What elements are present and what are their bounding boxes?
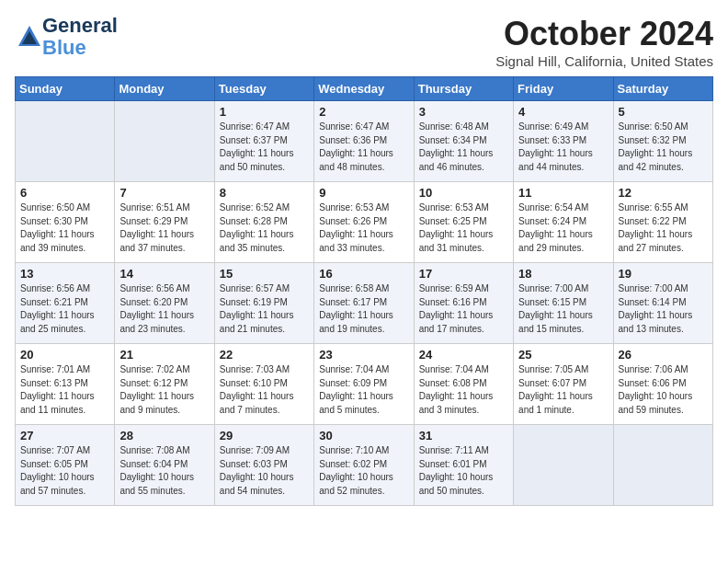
calendar-day-cell: 10Sunrise: 6:53 AM Sunset: 6:25 PM Dayli… (414, 182, 513, 263)
calendar-week-row: 6Sunrise: 6:50 AM Sunset: 6:30 PM Daylig… (16, 182, 713, 263)
day-info: Sunrise: 6:53 AM Sunset: 6:26 PM Dayligh… (319, 201, 408, 255)
calendar-day-cell: 16Sunrise: 6:58 AM Sunset: 6:17 PM Dayli… (314, 263, 414, 344)
calendar-day-cell: 13Sunrise: 6:56 AM Sunset: 6:21 PM Dayli… (16, 263, 115, 344)
day-info: Sunrise: 7:07 AM Sunset: 6:05 PM Dayligh… (20, 444, 109, 498)
calendar-day-cell: 1Sunrise: 6:47 AM Sunset: 6:37 PM Daylig… (214, 101, 313, 182)
calendar-day-cell: 17Sunrise: 6:59 AM Sunset: 6:16 PM Dayli… (414, 263, 513, 344)
day-info: Sunrise: 6:54 AM Sunset: 6:24 PM Dayligh… (518, 201, 608, 255)
day-number: 15 (220, 267, 309, 281)
day-info: Sunrise: 6:53 AM Sunset: 6:25 PM Dayligh… (419, 201, 508, 255)
day-number: 13 (20, 267, 109, 281)
day-info: Sunrise: 6:49 AM Sunset: 6:33 PM Dayligh… (518, 121, 608, 174)
day-number: 10 (419, 186, 508, 200)
day-info: Sunrise: 6:52 AM Sunset: 6:28 PM Dayligh… (220, 201, 309, 255)
day-info: Sunrise: 7:03 AM Sunset: 6:10 PM Dayligh… (220, 363, 309, 417)
day-number: 23 (319, 348, 408, 362)
day-info: Sunrise: 6:56 AM Sunset: 6:20 PM Dayligh… (119, 282, 209, 336)
calendar-day-cell: 14Sunrise: 6:56 AM Sunset: 6:20 PM Dayli… (115, 263, 214, 344)
calendar-day-cell: 31Sunrise: 7:11 AM Sunset: 6:01 PM Dayli… (414, 425, 513, 506)
day-number: 20 (20, 348, 109, 362)
calendar-day-cell: 2Sunrise: 6:47 AM Sunset: 6:36 PM Daylig… (314, 101, 414, 182)
day-number: 28 (119, 429, 209, 442)
day-info: Sunrise: 7:04 AM Sunset: 6:09 PM Dayligh… (319, 363, 408, 417)
calendar-day-cell: 24Sunrise: 7:04 AM Sunset: 6:08 PM Dayli… (414, 344, 513, 425)
calendar-day-cell: 18Sunrise: 7:00 AM Sunset: 6:15 PM Dayli… (514, 263, 613, 344)
day-number: 29 (220, 429, 309, 442)
calendar-day-cell: 4Sunrise: 6:49 AM Sunset: 6:33 PM Daylig… (514, 101, 613, 182)
calendar-day-cell (613, 425, 712, 506)
calendar: SundayMondayTuesdayWednesdayThursdayFrid… (15, 76, 713, 506)
weekday-header-row: SundayMondayTuesdayWednesdayThursdayFrid… (16, 77, 713, 101)
day-number: 22 (220, 348, 309, 362)
day-number: 1 (220, 105, 309, 119)
calendar-day-cell: 7Sunrise: 6:51 AM Sunset: 6:29 PM Daylig… (115, 182, 214, 263)
day-info: Sunrise: 6:47 AM Sunset: 6:37 PM Dayligh… (220, 121, 309, 174)
day-number: 6 (20, 186, 109, 200)
calendar-week-row: 1Sunrise: 6:47 AM Sunset: 6:37 PM Daylig… (16, 101, 713, 182)
calendar-day-cell: 28Sunrise: 7:08 AM Sunset: 6:04 PM Dayli… (115, 425, 214, 506)
day-info: Sunrise: 6:56 AM Sunset: 6:21 PM Dayligh… (20, 282, 109, 336)
day-number: 7 (119, 186, 209, 200)
weekday-header: Sunday (16, 77, 115, 101)
logo-text: General Blue (42, 15, 118, 59)
weekday-header: Saturday (613, 77, 712, 101)
day-info: Sunrise: 6:50 AM Sunset: 6:30 PM Dayligh… (20, 201, 109, 255)
day-number: 24 (419, 348, 508, 362)
day-info: Sunrise: 7:11 AM Sunset: 6:01 PM Dayligh… (419, 444, 508, 498)
calendar-day-cell: 25Sunrise: 7:05 AM Sunset: 6:07 PM Dayli… (514, 344, 613, 425)
day-number: 2 (319, 105, 408, 119)
calendar-day-cell: 27Sunrise: 7:07 AM Sunset: 6:05 PM Dayli… (16, 425, 115, 506)
calendar-day-cell (115, 101, 214, 182)
day-info: Sunrise: 6:57 AM Sunset: 6:19 PM Dayligh… (220, 282, 309, 336)
day-number: 8 (220, 186, 309, 200)
day-info: Sunrise: 6:48 AM Sunset: 6:34 PM Dayligh… (419, 121, 508, 174)
day-info: Sunrise: 6:47 AM Sunset: 6:36 PM Dayligh… (319, 121, 408, 174)
calendar-day-cell: 9Sunrise: 6:53 AM Sunset: 6:26 PM Daylig… (314, 182, 414, 263)
day-info: Sunrise: 6:51 AM Sunset: 6:29 PM Dayligh… (119, 201, 209, 255)
weekday-header: Thursday (414, 77, 513, 101)
calendar-day-cell (514, 425, 613, 506)
day-number: 5 (619, 105, 708, 119)
day-number: 26 (619, 348, 708, 362)
title-block: October 2024 Signal Hill, California, Un… (495, 15, 713, 69)
logo-line2: Blue (42, 37, 118, 59)
location: Signal Hill, California, United States (495, 53, 713, 69)
day-number: 16 (319, 267, 408, 281)
day-info: Sunrise: 7:04 AM Sunset: 6:08 PM Dayligh… (419, 363, 508, 417)
month-title: October 2024 (495, 15, 713, 53)
calendar-day-cell: 29Sunrise: 7:09 AM Sunset: 6:03 PM Dayli… (214, 425, 313, 506)
header: General Blue October 2024 Signal Hill, C… (15, 15, 713, 69)
day-number: 3 (419, 105, 508, 119)
calendar-week-row: 27Sunrise: 7:07 AM Sunset: 6:05 PM Dayli… (16, 425, 713, 506)
day-number: 30 (319, 429, 408, 442)
calendar-day-cell: 6Sunrise: 6:50 AM Sunset: 6:30 PM Daylig… (16, 182, 115, 263)
day-info: Sunrise: 7:06 AM Sunset: 6:06 PM Dayligh… (619, 363, 708, 417)
day-number: 4 (518, 105, 608, 119)
day-info: Sunrise: 7:02 AM Sunset: 6:12 PM Dayligh… (119, 363, 209, 417)
calendar-week-row: 20Sunrise: 7:01 AM Sunset: 6:13 PM Dayli… (16, 344, 713, 425)
calendar-day-cell: 3Sunrise: 6:48 AM Sunset: 6:34 PM Daylig… (414, 101, 513, 182)
day-number: 9 (319, 186, 408, 200)
day-info: Sunrise: 6:50 AM Sunset: 6:32 PM Dayligh… (619, 121, 708, 174)
calendar-day-cell (16, 101, 115, 182)
logo: General Blue (15, 15, 118, 59)
day-number: 25 (518, 348, 608, 362)
day-number: 19 (619, 267, 708, 281)
day-info: Sunrise: 7:01 AM Sunset: 6:13 PM Dayligh… (20, 363, 109, 417)
day-info: Sunrise: 7:00 AM Sunset: 6:15 PM Dayligh… (518, 282, 608, 336)
day-number: 17 (419, 267, 508, 281)
day-info: Sunrise: 7:10 AM Sunset: 6:02 PM Dayligh… (319, 444, 408, 498)
calendar-day-cell: 21Sunrise: 7:02 AM Sunset: 6:12 PM Dayli… (115, 344, 214, 425)
day-number: 11 (518, 186, 608, 200)
day-number: 21 (119, 348, 209, 362)
calendar-day-cell: 15Sunrise: 6:57 AM Sunset: 6:19 PM Dayli… (214, 263, 313, 344)
day-number: 27 (20, 429, 109, 442)
calendar-day-cell: 22Sunrise: 7:03 AM Sunset: 6:10 PM Dayli… (214, 344, 313, 425)
calendar-day-cell: 20Sunrise: 7:01 AM Sunset: 6:13 PM Dayli… (16, 344, 115, 425)
weekday-header: Friday (514, 77, 613, 101)
calendar-day-cell: 12Sunrise: 6:55 AM Sunset: 6:22 PM Dayli… (613, 182, 712, 263)
weekday-header: Monday (115, 77, 214, 101)
calendar-day-cell: 8Sunrise: 6:52 AM Sunset: 6:28 PM Daylig… (214, 182, 313, 263)
logo-icon (17, 24, 42, 50)
calendar-day-cell: 26Sunrise: 7:06 AM Sunset: 6:06 PM Dayli… (613, 344, 712, 425)
